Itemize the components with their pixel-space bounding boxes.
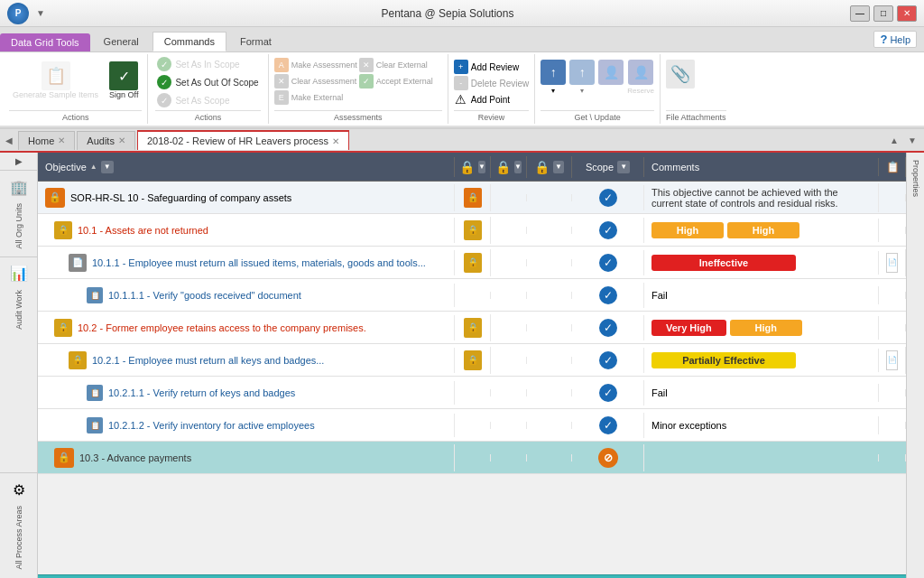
get-update-btn1[interactable]: ↑ ▾ bbox=[541, 60, 566, 95]
obj-text-10-2-1-1: 10.2.1.1 - Verify return of keys and bad… bbox=[108, 387, 295, 398]
maximize-button[interactable]: □ bbox=[873, 5, 893, 22]
nav-tabs-area: ◀ Home ✕ Audits ✕ 2018-02 - Review of HR… bbox=[0, 129, 924, 153]
col-objective-filter[interactable]: ▼ bbox=[101, 161, 114, 173]
tab-audits-close[interactable]: ✕ bbox=[118, 135, 125, 145]
ribbon-group-get-update: ↑ ▾ ↑ ▾ 👤 👤 Reserve Get \ Update bbox=[535, 54, 661, 124]
cell-col2-10-2-1-2 bbox=[455, 422, 491, 429]
cell-actions-10-2-1-2 bbox=[879, 422, 906, 429]
obj-text-10-1-1-1: 10.1.1.1 - Verify "goods received" docum… bbox=[108, 290, 301, 301]
minimize-button[interactable]: — bbox=[850, 5, 870, 22]
scope-icon-10-2: ✓ bbox=[599, 319, 617, 337]
clear-assessment-btn[interactable]: ✕ Clear Assessment bbox=[274, 74, 357, 89]
cell-col4-10-2-1-2 bbox=[527, 422, 572, 429]
cell-scope-sor: ✓ bbox=[572, 185, 644, 210]
obj-text-10-2-1-2: 10.2.1.2 - Verify inventory for active e… bbox=[108, 420, 315, 431]
all-org-icon[interactable]: 🏢 bbox=[6, 174, 32, 200]
window-title: Pentana @ Sepia Solutions bbox=[381, 7, 513, 20]
tab-audits[interactable]: Audits ✕ bbox=[77, 131, 135, 150]
delete-review-btn[interactable]: - Delete Review bbox=[454, 76, 529, 90]
cell-col3-10-1 bbox=[491, 227, 527, 234]
table-row: 📄 10.1.1 - Employee must return all issu… bbox=[38, 247, 906, 279]
sign-off-btn[interactable]: ✓ Sign Off bbox=[106, 60, 142, 101]
dropdown-arrow[interactable]: ▼ bbox=[36, 8, 45, 18]
make-external-btn[interactable]: E Make External bbox=[274, 90, 357, 105]
col-actions-icon[interactable]: 📋 bbox=[886, 161, 900, 173]
get-update-btn2[interactable]: ↑ ▾ bbox=[569, 60, 595, 95]
col-objective-sort[interactable]: ▲ bbox=[90, 163, 97, 171]
col2-filter[interactable]: ▼ bbox=[478, 161, 485, 173]
tab-commands[interactable]: Commands bbox=[152, 32, 226, 51]
clear-external-btn[interactable]: ✕ Clear External bbox=[359, 58, 442, 72]
add-review-btn[interactable]: + Add Review bbox=[454, 60, 529, 74]
tab-home[interactable]: Home ✕ bbox=[18, 131, 75, 150]
title-bar: P ▼ Pentana @ Sepia Solutions — □ ✕ bbox=[0, 0, 924, 27]
table-row: 📋 10.2.1.2 - Verify inventory for active… bbox=[38, 409, 906, 442]
tab-home-close[interactable]: ✕ bbox=[58, 135, 65, 145]
sidebar-collapse-top[interactable]: ▶ bbox=[0, 153, 37, 171]
cell-comments-10-2-1-1: Fail bbox=[644, 384, 879, 402]
main-content: ▶ 🏢 All Org Units 📊 Audit Work ⚙ All Pro… bbox=[0, 153, 924, 578]
icon-10-2-1-1: 📋 bbox=[87, 385, 103, 401]
audit-work-label[interactable]: Audit Work bbox=[13, 286, 25, 333]
get-update-btn4[interactable]: 👤 Reserve bbox=[627, 60, 654, 95]
cell-scope-10-2-1: ✓ bbox=[572, 348, 644, 373]
tab-format[interactable]: Format bbox=[228, 32, 283, 51]
obj-text-10-1-1: 10.1.1 - Employee must return all issued… bbox=[92, 257, 426, 268]
help-button[interactable]: ? Help bbox=[866, 27, 924, 51]
close-button[interactable]: ✕ bbox=[897, 5, 917, 22]
tab-hr-leavers[interactable]: 2018-02 - Review of HR Leavers process ✕ bbox=[137, 130, 349, 150]
ribbon-group-actions1: 📋 Generate Sample Items ✓ Sign Off Actio… bbox=[4, 54, 148, 124]
all-process-label[interactable]: All Process Areas bbox=[13, 502, 25, 573]
cell-col4-10-2-1-1 bbox=[527, 389, 572, 396]
set-as-scope-btn[interactable]: ✓ Set As Scope bbox=[155, 92, 260, 108]
icon-10-2: 🔒 bbox=[54, 319, 72, 337]
audit-work-icon[interactable]: 📊 bbox=[6, 261, 32, 286]
nav-scroll-up[interactable]: ▲ bbox=[886, 132, 902, 148]
sidebar-collapse-bottom[interactable]: ▼ bbox=[0, 573, 37, 578]
badge-high-1b: High bbox=[727, 222, 799, 238]
badge-high-1a: High bbox=[651, 222, 724, 238]
nav-tab-actions: ▲ ▼ bbox=[886, 132, 924, 148]
tab-hr-leavers-close[interactable]: ✕ bbox=[332, 136, 339, 146]
tab-data-grid-tools[interactable]: Data Grid Tools bbox=[0, 33, 90, 51]
badge-partially-effective: Partially Effective bbox=[651, 352, 796, 368]
set-out-of-scope-btn[interactable]: ✓ Set As Out Of Scope bbox=[155, 74, 260, 90]
tab-general[interactable]: General bbox=[92, 32, 151, 51]
cell-actions-10-1 bbox=[879, 227, 906, 234]
ribbon-group-assessments: A Make Assessment ✕ Clear External ✕ Cle… bbox=[269, 54, 448, 124]
accept-external-btn[interactable]: ✓ Accept External bbox=[359, 74, 442, 89]
col-4: 🔒 ▼ bbox=[527, 156, 572, 178]
table-row: 🔒 10.3 - Advance payments ⊘ bbox=[38, 442, 906, 474]
scope-icon-10-2-1-1: ✓ bbox=[599, 384, 617, 402]
col-scope-filter[interactable]: ▼ bbox=[617, 161, 630, 173]
get-update-btn3[interactable]: 👤 bbox=[598, 60, 624, 85]
grid-container: Objective ▲ ▼ 🔒 ▼ 🔒 ▼ 🔒 ▼ Scope ▼ Comme bbox=[38, 153, 906, 578]
col4-filter[interactable]: ▼ bbox=[553, 161, 564, 173]
properties-label[interactable]: Properties bbox=[910, 153, 922, 578]
nav-scroll-down[interactable]: ▼ bbox=[904, 132, 920, 148]
table-row: 🔒 SOR-HR-SL 10 - Safeguarding of company… bbox=[38, 182, 906, 214]
cell-comments-10-3 bbox=[644, 454, 879, 461]
doc-icon-10-1-1[interactable]: 📄 bbox=[886, 253, 898, 273]
nav-collapse-left[interactable]: ◀ bbox=[0, 129, 18, 151]
generate-sample-btn[interactable]: 📋 Generate Sample Items bbox=[9, 60, 102, 102]
all-org-label[interactable]: All Org Units bbox=[13, 200, 25, 253]
all-process-icon[interactable]: ⚙ bbox=[6, 477, 32, 502]
icon-shield-10-1: 🔒 bbox=[464, 220, 482, 240]
file-attach-btn[interactable]: 📎 bbox=[666, 60, 695, 89]
left-sidebar: ▶ 🏢 All Org Units 📊 Audit Work ⚙ All Pro… bbox=[0, 153, 38, 578]
set-in-scope-btn[interactable]: ✓ Set As In Scope bbox=[155, 56, 260, 72]
out-of-scope-banner: Out Of Scope bbox=[38, 574, 906, 578]
add-point-btn[interactable]: ⚠ Add Point bbox=[454, 92, 529, 107]
app-logo: P bbox=[7, 3, 29, 24]
cell-actions-10-3 bbox=[879, 454, 906, 461]
cell-col3-10-2 bbox=[491, 324, 527, 331]
make-assessment-btn[interactable]: A Make Assessment bbox=[274, 58, 357, 72]
cell-actions-10-2-1-1 bbox=[879, 389, 906, 396]
col3-filter[interactable]: ▼ bbox=[514, 161, 522, 173]
window-controls: — □ ✕ bbox=[850, 5, 917, 22]
cell-actions-10-2-1: 📄 bbox=[879, 347, 906, 374]
doc-icon-10-2-1[interactable]: 📄 bbox=[886, 350, 898, 370]
badge-high-2: High bbox=[730, 320, 802, 336]
cell-col4-10-3 bbox=[527, 454, 572, 461]
